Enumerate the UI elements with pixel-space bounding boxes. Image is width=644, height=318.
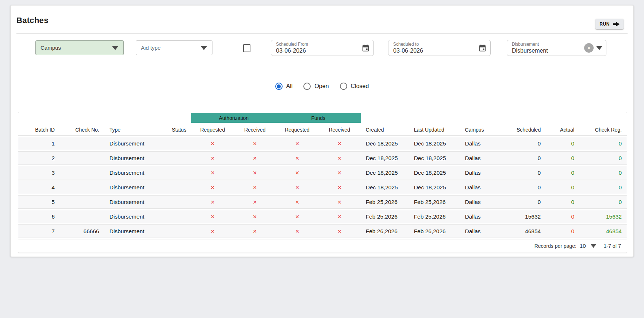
run-button[interactable]: RUN — [595, 19, 624, 29]
cross-icon: ✕ — [318, 210, 361, 223]
table-row[interactable]: 5 Disbursement ✕ ✕ ✕ ✕ Feb 25,2026 Feb 2… — [18, 195, 627, 209]
cross-icon: ✕ — [276, 181, 318, 194]
cross-icon: ✕ — [191, 181, 234, 194]
table-row[interactable]: 7 66666 Disbursement ✕ ✕ ✕ ✕ Feb 26,2026… — [18, 224, 627, 238]
aid-type-select-label: Aid type — [141, 45, 161, 51]
cell-created: Feb 25,2026 — [361, 195, 409, 209]
cross-icon: ✕ — [191, 210, 234, 223]
column-header-auth-requested: Requested — [191, 124, 234, 136]
cell-batch-id: 4 — [18, 181, 60, 194]
disbursement-value: Disbursement — [512, 47, 548, 54]
cell-type: Disbursement — [104, 166, 163, 179]
scheduled-to-value: 03-06-2026 — [393, 47, 423, 54]
cell-last-updated: Dec 18,2025 — [409, 181, 460, 194]
cell-campus: Dallas — [460, 210, 491, 223]
cell-check-no — [60, 137, 104, 150]
filter-checkbox[interactable] — [243, 44, 250, 52]
cell-scheduled: 46854 — [491, 224, 546, 238]
cell-status — [163, 195, 192, 209]
cell-status — [163, 137, 192, 150]
cross-icon: ✕ — [276, 166, 318, 179]
table-row[interactable]: 4 Disbursement ✕ ✕ ✕ ✕ Dec 18,2025 Dec 1… — [18, 181, 627, 194]
radio-selected-icon — [275, 83, 283, 90]
cell-batch-id: 5 — [18, 195, 60, 209]
radio-open-label: Open — [314, 83, 329, 90]
cross-icon: ✕ — [318, 195, 361, 209]
campus-select[interactable]: Campus — [35, 40, 124, 55]
radio-unselected-icon — [303, 83, 311, 90]
aid-type-select[interactable]: Aid type — [136, 40, 212, 55]
batches-table: Authorization Funds Batch ID Check No. T… — [18, 112, 627, 253]
radio-all[interactable]: All — [275, 83, 293, 90]
cell-actual: 0 — [546, 210, 579, 223]
column-header-check-reg: Check Reg. — [579, 124, 627, 136]
cell-check-reg: 0 — [579, 151, 627, 165]
cell-actual: 0 — [546, 195, 579, 209]
cross-icon: ✕ — [276, 195, 318, 209]
column-header-row: Batch ID Check No. Type Status Requested… — [18, 124, 627, 136]
cell-check-no: 66666 — [60, 224, 104, 238]
cell-created: Feb 26,2026 — [361, 224, 409, 238]
cell-created: Dec 18,2025 — [361, 137, 409, 150]
cell-actual: 0 — [546, 166, 579, 179]
radio-open[interactable]: Open — [303, 83, 329, 90]
table-row[interactable]: 1 Disbursement ✕ ✕ ✕ ✕ Dec 18,2025 Dec 1… — [18, 137, 627, 150]
disbursement-label: Disbursement — [512, 42, 548, 47]
disbursement-select[interactable]: Disbursement Disbursement ✕ — [507, 40, 606, 56]
cell-batch-id: 1 — [18, 137, 60, 150]
group-header-row: Authorization Funds — [18, 113, 627, 123]
cross-icon: ✕ — [234, 210, 276, 223]
cell-type: Disbursement — [104, 195, 163, 209]
cell-actual: 0 — [546, 181, 579, 194]
cell-check-no — [60, 210, 104, 223]
cell-type: Disbursement — [104, 137, 163, 150]
records-per-page-label: Records per page: — [534, 243, 576, 249]
cross-icon: ✕ — [191, 224, 234, 238]
cell-actual: 0 — [546, 224, 579, 238]
cell-status — [163, 166, 192, 179]
column-header-check-no: Check No. — [60, 124, 104, 136]
clear-icon[interactable]: ✕ — [584, 43, 594, 53]
cross-icon: ✕ — [191, 195, 234, 209]
table-row[interactable]: 2 Disbursement ✕ ✕ ✕ ✕ Dec 18,2025 Dec 1… — [18, 151, 627, 165]
cell-batch-id: 3 — [18, 166, 60, 179]
cross-icon: ✕ — [234, 224, 276, 238]
cell-last-updated: Feb 25,2026 — [409, 195, 460, 209]
radio-closed[interactable]: Closed — [340, 83, 369, 90]
scheduled-from-field[interactable]: Scheduled From 03-06-2026 — [271, 40, 374, 56]
cell-check-reg: 0 — [579, 166, 627, 179]
cross-icon: ✕ — [276, 210, 318, 223]
cell-scheduled: 0 — [491, 181, 546, 194]
cell-type: Disbursement — [104, 224, 163, 238]
column-header-last-updated: Last Updated — [409, 124, 460, 136]
scheduled-to-field[interactable]: Scheduled to 03-06-2026 — [388, 40, 491, 56]
group-header-funds: Funds — [276, 113, 361, 123]
scheduled-to-label: Scheduled to — [393, 42, 423, 47]
records-per-page-select[interactable]: 10 — [580, 243, 597, 249]
column-header-funds-requested: Requested — [276, 124, 318, 136]
cell-check-no — [60, 151, 104, 165]
column-header-type: Type — [104, 124, 163, 136]
group-header-spacer — [361, 113, 627, 123]
divider — [16, 33, 628, 34]
cell-scheduled: 0 — [491, 137, 546, 150]
table-row[interactable]: 6 Disbursement ✕ ✕ ✕ ✕ Feb 25,2026 Feb 2… — [18, 210, 627, 223]
radio-closed-label: Closed — [351, 83, 369, 90]
cell-last-updated: Feb 25,2026 — [409, 210, 460, 223]
column-header-scheduled: Scheduled — [491, 124, 546, 136]
cross-icon: ✕ — [318, 166, 361, 179]
calendar-icon[interactable] — [361, 44, 370, 52]
pagination-bar: Records per page: 10 1-7 of 7 — [18, 239, 627, 253]
calendar-icon[interactable] — [478, 44, 487, 52]
cell-status — [163, 210, 192, 223]
column-header-actual: Actual — [546, 124, 579, 136]
table-row[interactable]: 3 Disbursement ✕ ✕ ✕ ✕ Dec 18,2025 Dec 1… — [18, 166, 627, 179]
radio-all-label: All — [286, 83, 293, 90]
pagination-range: 1-7 of 7 — [604, 243, 621, 249]
chevron-down-icon — [596, 46, 602, 50]
column-header-batch-id: Batch ID — [18, 124, 60, 136]
cell-created: Dec 18,2025 — [361, 151, 409, 165]
cross-icon: ✕ — [318, 137, 361, 150]
column-header-status: Status — [163, 124, 192, 136]
column-header-funds-received: Received — [318, 124, 361, 136]
